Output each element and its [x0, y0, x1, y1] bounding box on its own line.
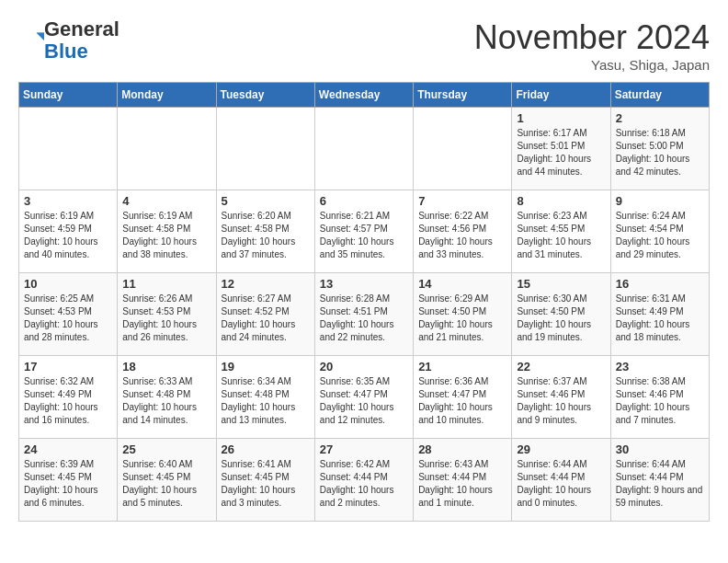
day-number: 24: [24, 442, 112, 456]
day-info: Sunrise: 6:29 AM Sunset: 4:50 PM Dayligh…: [418, 293, 506, 344]
day-number: 16: [616, 277, 704, 291]
calendar-cell: 25Sunrise: 6:40 AM Sunset: 4:45 PM Dayli…: [118, 439, 216, 522]
day-info: Sunrise: 6:35 AM Sunset: 4:47 PM Dayligh…: [320, 375, 408, 427]
day-number: 17: [24, 360, 112, 373]
weekday-header-row: SundayMondayTuesdayWednesdayThursdayFrid…: [19, 83, 710, 108]
day-number: 29: [517, 442, 605, 456]
day-info: Sunrise: 6:19 AM Sunset: 4:58 PM Dayligh…: [122, 210, 210, 261]
day-info: Sunrise: 6:36 AM Sunset: 4:47 PM Dayligh…: [418, 375, 506, 427]
day-number: 30: [616, 442, 704, 456]
calendar-cell: [118, 108, 216, 190]
calendar-cell: [414, 108, 512, 190]
day-number: 13: [320, 277, 408, 291]
calendar-cell: 10Sunrise: 6:25 AM Sunset: 4:53 PM Dayli…: [19, 273, 118, 356]
day-number: 1: [517, 111, 605, 125]
calendar-cell: 11Sunrise: 6:26 AM Sunset: 4:53 PM Dayli…: [118, 273, 216, 356]
day-info: Sunrise: 6:30 AM Sunset: 4:50 PM Dayligh…: [517, 293, 605, 344]
calendar-cell: 29Sunrise: 6:44 AM Sunset: 4:44 PM Dayli…: [512, 439, 610, 522]
weekday-header-cell: Tuesday: [216, 83, 314, 108]
day-info: Sunrise: 6:21 AM Sunset: 4:57 PM Dayligh…: [320, 210, 408, 261]
day-info: Sunrise: 6:42 AM Sunset: 4:44 PM Dayligh…: [320, 458, 408, 510]
weekday-header-cell: Wednesday: [314, 83, 413, 108]
day-info: Sunrise: 6:38 AM Sunset: 4:46 PM Dayligh…: [616, 375, 704, 427]
weekday-header-cell: Sunday: [19, 83, 118, 108]
day-info: Sunrise: 6:26 AM Sunset: 4:53 PM Dayligh…: [122, 293, 210, 344]
logo-general: General: [44, 17, 119, 40]
day-number: 7: [418, 194, 506, 208]
logo-blue: Blue: [44, 40, 88, 63]
calendar-cell: [19, 108, 118, 190]
calendar-table: SundayMondayTuesdayWednesdayThursdayFrid…: [18, 82, 710, 522]
calendar-week-row: 1Sunrise: 6:17 AM Sunset: 5:01 PM Daylig…: [19, 108, 710, 190]
calendar-cell: 30Sunrise: 6:44 AM Sunset: 4:44 PM Dayli…: [610, 439, 709, 522]
calendar-cell: 14Sunrise: 6:29 AM Sunset: 4:50 PM Dayli…: [414, 273, 512, 356]
month-title: November 2024: [474, 18, 710, 57]
day-info: Sunrise: 6:17 AM Sunset: 5:01 PM Dayligh…: [517, 127, 605, 178]
day-info: Sunrise: 6:24 AM Sunset: 4:54 PM Dayligh…: [616, 210, 704, 261]
calendar-cell: 7Sunrise: 6:22 AM Sunset: 4:56 PM Daylig…: [414, 190, 512, 273]
day-info: Sunrise: 6:44 AM Sunset: 4:44 PM Dayligh…: [616, 458, 704, 510]
calendar-cell: 19Sunrise: 6:34 AM Sunset: 4:48 PM Dayli…: [216, 356, 314, 439]
day-info: Sunrise: 6:37 AM Sunset: 4:46 PM Dayligh…: [517, 375, 605, 427]
calendar-cell: 21Sunrise: 6:36 AM Sunset: 4:47 PM Dayli…: [414, 356, 512, 439]
day-number: 14: [418, 277, 506, 291]
page-header: General Blue November 2024 Yasu, Shiga, …: [18, 18, 710, 73]
calendar-cell: 22Sunrise: 6:37 AM Sunset: 4:46 PM Dayli…: [512, 356, 610, 439]
logo-icon: [18, 28, 44, 53]
calendar-cell: 26Sunrise: 6:41 AM Sunset: 4:45 PM Dayli…: [216, 439, 314, 522]
calendar-week-row: 24Sunrise: 6:39 AM Sunset: 4:45 PM Dayli…: [19, 439, 710, 522]
weekday-header-cell: Saturday: [610, 83, 709, 108]
calendar-cell: 4Sunrise: 6:19 AM Sunset: 4:58 PM Daylig…: [118, 190, 216, 273]
calendar-cell: 24Sunrise: 6:39 AM Sunset: 4:45 PM Dayli…: [19, 439, 118, 522]
calendar-cell: 17Sunrise: 6:32 AM Sunset: 4:49 PM Dayli…: [19, 356, 118, 439]
day-info: Sunrise: 6:27 AM Sunset: 4:52 PM Dayligh…: [222, 293, 310, 344]
day-info: Sunrise: 6:31 AM Sunset: 4:49 PM Dayligh…: [616, 293, 704, 344]
day-info: Sunrise: 6:44 AM Sunset: 4:44 PM Dayligh…: [517, 458, 605, 510]
day-number: 2: [616, 111, 704, 125]
calendar-cell: 8Sunrise: 6:23 AM Sunset: 4:55 PM Daylig…: [512, 190, 610, 273]
day-number: 8: [517, 194, 605, 208]
day-info: Sunrise: 6:40 AM Sunset: 4:45 PM Dayligh…: [122, 458, 210, 510]
calendar-cell: 20Sunrise: 6:35 AM Sunset: 4:47 PM Dayli…: [314, 356, 413, 439]
day-number: 15: [517, 277, 605, 291]
calendar-cell: [216, 108, 314, 190]
day-info: Sunrise: 6:23 AM Sunset: 4:55 PM Dayligh…: [517, 210, 605, 261]
calendar-cell: 3Sunrise: 6:19 AM Sunset: 4:59 PM Daylig…: [19, 190, 118, 273]
day-info: Sunrise: 6:34 AM Sunset: 4:48 PM Dayligh…: [222, 375, 310, 427]
calendar-cell: 13Sunrise: 6:28 AM Sunset: 4:51 PM Dayli…: [314, 273, 413, 356]
title-block: November 2024 Yasu, Shiga, Japan: [474, 18, 710, 73]
calendar-week-row: 10Sunrise: 6:25 AM Sunset: 4:53 PM Dayli…: [19, 273, 710, 356]
day-number: 4: [122, 194, 210, 208]
day-number: 28: [418, 442, 506, 456]
day-info: Sunrise: 6:28 AM Sunset: 4:51 PM Dayligh…: [320, 293, 408, 344]
calendar-cell: 12Sunrise: 6:27 AM Sunset: 4:52 PM Dayli…: [216, 273, 314, 356]
calendar-cell: [314, 108, 413, 190]
day-number: 10: [24, 277, 112, 291]
day-number: 21: [418, 360, 506, 373]
weekday-header-cell: Monday: [118, 83, 216, 108]
day-number: 25: [122, 442, 210, 456]
svg-marker-1: [37, 33, 44, 40]
weekday-header-cell: Friday: [512, 83, 610, 108]
day-info: Sunrise: 6:25 AM Sunset: 4:53 PM Dayligh…: [24, 293, 112, 344]
calendar-cell: 15Sunrise: 6:30 AM Sunset: 4:50 PM Dayli…: [512, 273, 610, 356]
logo: General Blue: [18, 18, 119, 63]
day-number: 3: [24, 194, 112, 208]
calendar-cell: 9Sunrise: 6:24 AM Sunset: 4:54 PM Daylig…: [610, 190, 709, 273]
day-info: Sunrise: 6:41 AM Sunset: 4:45 PM Dayligh…: [222, 458, 310, 510]
day-info: Sunrise: 6:20 AM Sunset: 4:58 PM Dayligh…: [222, 210, 310, 261]
day-number: 27: [320, 442, 408, 456]
day-number: 22: [517, 360, 605, 373]
day-info: Sunrise: 6:19 AM Sunset: 4:59 PM Dayligh…: [24, 210, 112, 261]
day-number: 19: [222, 360, 310, 373]
day-number: 11: [122, 277, 210, 291]
day-number: 12: [222, 277, 310, 291]
day-info: Sunrise: 6:32 AM Sunset: 4:49 PM Dayligh…: [24, 375, 112, 427]
day-number: 26: [222, 442, 310, 456]
calendar-cell: 23Sunrise: 6:38 AM Sunset: 4:46 PM Dayli…: [610, 356, 709, 439]
day-number: 5: [222, 194, 310, 208]
calendar-week-row: 17Sunrise: 6:32 AM Sunset: 4:49 PM Dayli…: [19, 356, 710, 439]
calendar-cell: 6Sunrise: 6:21 AM Sunset: 4:57 PM Daylig…: [314, 190, 413, 273]
day-number: 9: [616, 194, 704, 208]
day-number: 20: [320, 360, 408, 373]
